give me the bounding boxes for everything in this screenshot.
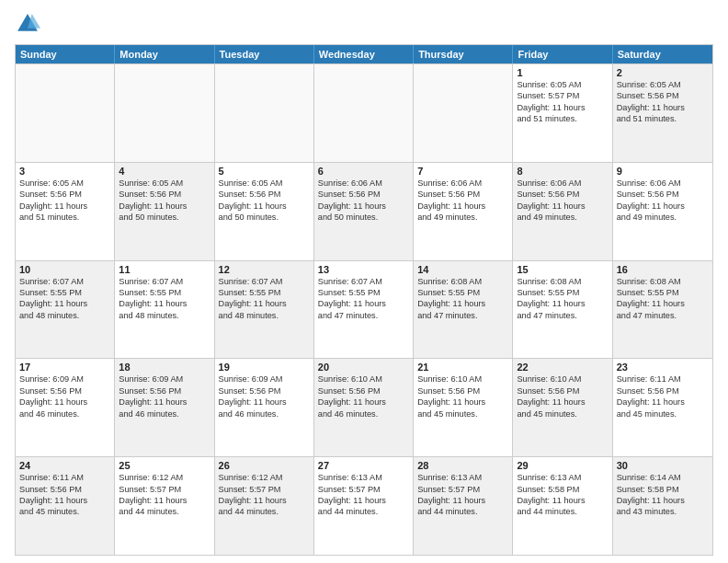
- calendar-cell: 22Sunrise: 6:10 AM Sunset: 5:56 PM Dayli…: [513, 359, 612, 456]
- day-number: 27: [318, 460, 409, 471]
- day-info: Sunrise: 6:07 AM Sunset: 5:55 PM Dayligh…: [19, 276, 110, 322]
- day-number: 21: [417, 362, 508, 373]
- calendar-row: 1Sunrise: 6:05 AM Sunset: 5:57 PM Daylig…: [16, 63, 712, 162]
- calendar-cell: 8Sunrise: 6:06 AM Sunset: 5:56 PM Daylig…: [513, 163, 612, 260]
- calendar-row: 24Sunrise: 6:11 AM Sunset: 5:56 PM Dayli…: [16, 456, 712, 555]
- day-info: Sunrise: 6:11 AM Sunset: 5:56 PM Dayligh…: [19, 472, 110, 518]
- calendar-cell: 21Sunrise: 6:10 AM Sunset: 5:56 PM Dayli…: [414, 359, 513, 456]
- day-info: Sunrise: 6:06 AM Sunset: 5:56 PM Dayligh…: [617, 178, 709, 224]
- calendar-cell: 5Sunrise: 6:05 AM Sunset: 5:56 PM Daylig…: [215, 163, 314, 260]
- calendar-cell: [215, 64, 314, 162]
- calendar-cell: 9Sunrise: 6:06 AM Sunset: 5:56 PM Daylig…: [613, 163, 712, 260]
- day-info: Sunrise: 6:13 AM Sunset: 5:57 PM Dayligh…: [417, 472, 508, 518]
- day-number: 14: [417, 264, 508, 275]
- day-number: 24: [19, 460, 110, 471]
- calendar-cell: 14Sunrise: 6:08 AM Sunset: 5:55 PM Dayli…: [414, 261, 513, 359]
- day-info: Sunrise: 6:05 AM Sunset: 5:56 PM Dayligh…: [119, 178, 210, 224]
- header: [15, 11, 713, 37]
- day-info: Sunrise: 6:06 AM Sunset: 5:56 PM Dayligh…: [417, 178, 508, 224]
- calendar-header-cell: Tuesday: [215, 45, 314, 63]
- calendar-cell: [16, 64, 115, 162]
- day-info: Sunrise: 6:05 AM Sunset: 5:56 PM Dayligh…: [617, 79, 709, 125]
- day-info: Sunrise: 6:09 AM Sunset: 5:56 PM Dayligh…: [119, 373, 210, 419]
- calendar-cell: [115, 64, 214, 162]
- calendar-cell: 28Sunrise: 6:13 AM Sunset: 5:57 PM Dayli…: [414, 457, 513, 555]
- calendar-cell: 30Sunrise: 6:14 AM Sunset: 5:58 PM Dayli…: [613, 457, 712, 555]
- calendar-row: 3Sunrise: 6:05 AM Sunset: 5:56 PM Daylig…: [16, 162, 712, 260]
- day-number: 8: [517, 166, 608, 177]
- calendar-header-cell: Monday: [115, 45, 214, 63]
- day-number: 9: [617, 166, 709, 177]
- day-info: Sunrise: 6:10 AM Sunset: 5:56 PM Dayligh…: [318, 373, 409, 419]
- calendar-cell: 6Sunrise: 6:06 AM Sunset: 5:56 PM Daylig…: [314, 163, 414, 260]
- day-number: 30: [617, 460, 709, 471]
- day-info: Sunrise: 6:07 AM Sunset: 5:55 PM Dayligh…: [318, 276, 409, 322]
- day-info: Sunrise: 6:07 AM Sunset: 5:55 PM Dayligh…: [219, 276, 310, 322]
- calendar-cell: [314, 64, 414, 162]
- day-number: 13: [318, 264, 409, 275]
- day-info: Sunrise: 6:09 AM Sunset: 5:56 PM Dayligh…: [19, 373, 110, 419]
- day-number: 6: [318, 166, 409, 177]
- day-number: 3: [19, 166, 110, 177]
- calendar-cell: [414, 64, 513, 162]
- day-number: 5: [219, 166, 310, 177]
- day-number: 25: [119, 460, 210, 471]
- calendar-row: 17Sunrise: 6:09 AM Sunset: 5:56 PM Dayli…: [16, 358, 712, 456]
- calendar-header-cell: Saturday: [613, 45, 712, 63]
- day-number: 10: [19, 264, 110, 275]
- calendar-cell: 16Sunrise: 6:08 AM Sunset: 5:55 PM Dayli…: [613, 261, 712, 359]
- calendar-cell: 7Sunrise: 6:06 AM Sunset: 5:56 PM Daylig…: [414, 163, 513, 260]
- day-number: 28: [417, 460, 508, 471]
- day-number: 15: [517, 264, 608, 275]
- calendar-row: 10Sunrise: 6:07 AM Sunset: 5:55 PM Dayli…: [16, 260, 712, 359]
- day-number: 20: [318, 362, 409, 373]
- calendar-cell: 11Sunrise: 6:07 AM Sunset: 5:55 PM Dayli…: [115, 261, 214, 359]
- day-info: Sunrise: 6:13 AM Sunset: 5:58 PM Dayligh…: [517, 472, 608, 518]
- day-info: Sunrise: 6:06 AM Sunset: 5:56 PM Dayligh…: [517, 178, 608, 224]
- day-info: Sunrise: 6:08 AM Sunset: 5:55 PM Dayligh…: [417, 276, 508, 322]
- day-info: Sunrise: 6:05 AM Sunset: 5:56 PM Dayligh…: [19, 178, 110, 224]
- day-number: 4: [119, 166, 210, 177]
- day-info: Sunrise: 6:10 AM Sunset: 5:56 PM Dayligh…: [517, 373, 608, 419]
- calendar-cell: 23Sunrise: 6:11 AM Sunset: 5:56 PM Dayli…: [613, 359, 712, 456]
- day-number: 26: [219, 460, 310, 471]
- calendar-cell: 25Sunrise: 6:12 AM Sunset: 5:57 PM Dayli…: [115, 457, 214, 555]
- day-info: Sunrise: 6:05 AM Sunset: 5:56 PM Dayligh…: [219, 178, 310, 224]
- day-number: 12: [219, 264, 310, 275]
- calendar-cell: 17Sunrise: 6:09 AM Sunset: 5:56 PM Dayli…: [16, 359, 115, 456]
- day-info: Sunrise: 6:12 AM Sunset: 5:57 PM Dayligh…: [119, 472, 210, 518]
- calendar-cell: 1Sunrise: 6:05 AM Sunset: 5:57 PM Daylig…: [513, 64, 612, 162]
- day-info: Sunrise: 6:12 AM Sunset: 5:57 PM Dayligh…: [219, 472, 310, 518]
- day-number: 2: [617, 67, 709, 78]
- day-info: Sunrise: 6:06 AM Sunset: 5:56 PM Dayligh…: [318, 178, 409, 224]
- calendar-cell: 2Sunrise: 6:05 AM Sunset: 5:56 PM Daylig…: [613, 64, 712, 162]
- day-info: Sunrise: 6:08 AM Sunset: 5:55 PM Dayligh…: [517, 276, 608, 322]
- day-number: 16: [617, 264, 709, 275]
- calendar-cell: 29Sunrise: 6:13 AM Sunset: 5:58 PM Dayli…: [513, 457, 612, 555]
- day-number: 1: [517, 67, 608, 78]
- day-info: Sunrise: 6:05 AM Sunset: 5:57 PM Dayligh…: [517, 79, 608, 125]
- calendar-cell: 18Sunrise: 6:09 AM Sunset: 5:56 PM Dayli…: [115, 359, 214, 456]
- logo: [15, 11, 44, 37]
- day-number: 23: [617, 362, 709, 373]
- calendar-cell: 12Sunrise: 6:07 AM Sunset: 5:55 PM Dayli…: [215, 261, 314, 359]
- calendar-header-cell: Wednesday: [314, 45, 414, 63]
- day-number: 29: [517, 460, 608, 471]
- calendar-header-cell: Sunday: [16, 45, 115, 63]
- day-number: 11: [119, 264, 210, 275]
- day-info: Sunrise: 6:10 AM Sunset: 5:56 PM Dayligh…: [417, 373, 508, 419]
- day-info: Sunrise: 6:08 AM Sunset: 5:55 PM Dayligh…: [617, 276, 709, 322]
- calendar-cell: 13Sunrise: 6:07 AM Sunset: 5:55 PM Dayli…: [314, 261, 414, 359]
- day-number: 17: [19, 362, 110, 373]
- calendar: SundayMondayTuesdayWednesdayThursdayFrid…: [15, 44, 713, 556]
- calendar-header-cell: Friday: [513, 45, 612, 63]
- calendar-cell: 19Sunrise: 6:09 AM Sunset: 5:56 PM Dayli…: [215, 359, 314, 456]
- day-info: Sunrise: 6:13 AM Sunset: 5:57 PM Dayligh…: [318, 472, 409, 518]
- day-number: 19: [219, 362, 310, 373]
- day-info: Sunrise: 6:14 AM Sunset: 5:58 PM Dayligh…: [617, 472, 709, 518]
- day-number: 22: [517, 362, 608, 373]
- logo-icon: [15, 11, 40, 37]
- calendar-cell: 10Sunrise: 6:07 AM Sunset: 5:55 PM Dayli…: [16, 261, 115, 359]
- calendar-cell: 4Sunrise: 6:05 AM Sunset: 5:56 PM Daylig…: [115, 163, 214, 260]
- day-info: Sunrise: 6:07 AM Sunset: 5:55 PM Dayligh…: [119, 276, 210, 322]
